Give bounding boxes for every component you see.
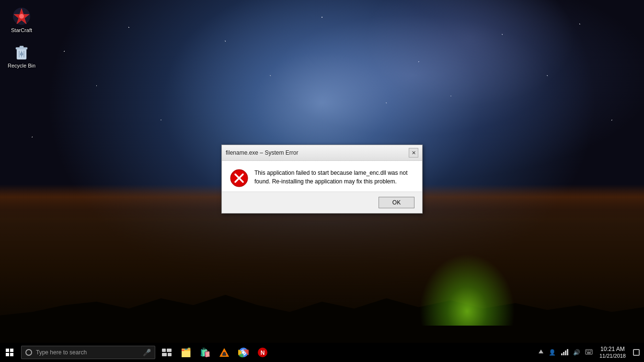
chrome-svg <box>238 347 249 358</box>
svg-rect-30 <box>563 352 564 355</box>
error-svg <box>230 169 249 188</box>
taskbar-apps: 🗂️ 🛍️ <box>176 343 272 362</box>
norton-svg: N <box>257 347 268 358</box>
svg-rect-15 <box>167 349 172 352</box>
starcraft-icon-image <box>12 7 31 26</box>
tent <box>419 254 515 326</box>
svg-point-25 <box>242 351 245 354</box>
dialog-titlebar: filename.exe – System Error ✕ <box>222 145 422 161</box>
windows-logo <box>6 349 13 356</box>
svg-text:N: N <box>261 350 265 356</box>
taskbar-norton[interactable]: N <box>253 343 272 362</box>
taskbar-file-explorer[interactable]: 🗂️ <box>176 343 196 362</box>
clock-date: 11/21/2018 <box>599 353 626 359</box>
svg-rect-32 <box>567 349 568 355</box>
windows-pane-1 <box>6 349 9 352</box>
svg-rect-16 <box>162 353 167 356</box>
svg-rect-37 <box>587 352 591 353</box>
recycle-bin-icon[interactable]: ♻ Recycle Bin <box>5 40 38 71</box>
search-placeholder: Type here to search <box>36 349 87 356</box>
svg-rect-29 <box>561 353 563 355</box>
vlc-svg <box>219 347 230 358</box>
error-icon <box>230 169 249 188</box>
dialog-body: This application failed to start because… <box>222 161 422 192</box>
desktop: StarCraft ♻ Rec <box>0 0 644 343</box>
store-icon: 🛍️ <box>200 347 210 358</box>
search-bar[interactable]: Type here to search 🎤 <box>21 346 155 359</box>
tray-volume-icon[interactable]: 🔊 <box>571 348 582 357</box>
task-view-svg <box>162 349 172 356</box>
error-dialog: filename.exe – System Error ✕ This appli… <box>221 145 423 214</box>
taskbar: Type here to search 🎤 🗂️ 🛍️ <box>0 343 644 362</box>
dialog-close-button[interactable]: ✕ <box>409 148 418 158</box>
svg-rect-35 <box>588 351 589 351</box>
taskbar-vlc[interactable] <box>215 343 234 362</box>
tray-network-icon[interactable] <box>559 348 570 358</box>
network-svg <box>561 349 568 355</box>
svg-rect-31 <box>565 351 566 355</box>
taskbar-chrome[interactable] <box>234 343 253 362</box>
desktop-icons: StarCraft ♻ Rec <box>5 5 38 71</box>
svg-rect-17 <box>168 353 172 356</box>
chevron-up-icon <box>538 349 544 355</box>
start-button[interactable] <box>0 343 19 362</box>
tray-people-icon[interactable]: 👤 <box>547 348 558 357</box>
svg-point-21 <box>223 352 226 355</box>
svg-rect-33 <box>586 350 592 354</box>
svg-rect-36 <box>590 351 591 351</box>
system-tray: 👤 🔊 10:21 AM 11/21/2018 <box>536 343 644 362</box>
file-explorer-icon: 🗂️ <box>181 347 191 358</box>
notification-center-button[interactable] <box>631 343 642 362</box>
tray-keyboard-icon[interactable] <box>583 348 595 358</box>
svg-rect-5 <box>20 46 23 48</box>
system-clock[interactable]: 10:21 AM 11/21/2018 <box>596 346 630 359</box>
windows-pane-2 <box>10 349 13 352</box>
windows-pane-4 <box>10 353 13 356</box>
ok-button[interactable]: OK <box>379 197 414 208</box>
notification-icon <box>633 349 640 356</box>
microphone-icon: 🎤 <box>143 349 151 356</box>
svg-rect-34 <box>586 351 587 351</box>
taskbar-store[interactable]: 🛍️ <box>196 343 215 362</box>
svg-text:♻: ♻ <box>20 52 23 57</box>
windows-pane-3 <box>6 353 9 356</box>
svg-marker-28 <box>539 350 543 353</box>
search-icon <box>25 349 32 356</box>
task-view-button[interactable] <box>157 343 176 362</box>
close-icon: ✕ <box>412 150 416 156</box>
svg-point-2 <box>19 14 24 19</box>
error-message: This application failed to start because… <box>254 169 414 186</box>
recycle-bin-icon-image: ♻ <box>12 42 31 61</box>
task-view-icon <box>162 349 172 356</box>
svg-rect-14 <box>162 349 166 352</box>
dialog-title: filename.exe – System Error <box>226 149 298 156</box>
keyboard-svg <box>585 349 593 355</box>
starcraft-label: StarCraft <box>11 27 32 34</box>
recycle-bin-label: Recycle Bin <box>8 63 35 69</box>
recycle-bin-svg: ♻ <box>13 43 30 60</box>
show-hidden-icons-button[interactable] <box>536 347 546 358</box>
starcraft-svg <box>12 7 31 26</box>
starcraft-icon[interactable]: StarCraft <box>5 5 38 35</box>
clock-time: 10:21 AM <box>600 346 625 352</box>
dialog-footer: OK <box>222 192 422 213</box>
